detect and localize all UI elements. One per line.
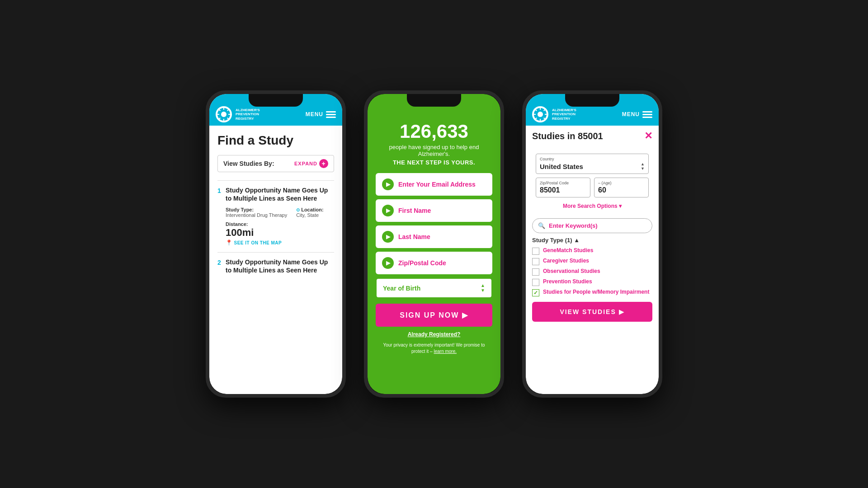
email-field[interactable]: ▶ Enter Your Email Address [376, 173, 492, 196]
studies-in-title: Studies in 85001 [532, 131, 603, 141]
country-section: Country United States ▲ ▼ Zip/Postal Cod… [532, 150, 652, 215]
view-studies-button[interactable]: VIEW STUDIES ▶ [532, 302, 652, 322]
email-arrow-icon: ▶ [382, 178, 394, 190]
zip-placeholder: Zip/Postal Code [398, 259, 446, 267]
zip-arrow-icon: ▶ [382, 257, 394, 269]
hamburger-icon-1 [326, 111, 336, 118]
country-up-icon: ▲ [641, 162, 645, 166]
location-value: City, State [296, 212, 324, 218]
year-label: Year of Birth [383, 285, 420, 292]
caregiver-checkbox[interactable] [532, 258, 539, 265]
distance-label: Distance: [226, 221, 334, 227]
keyword-field[interactable]: 🔍 Enter Keyword(s) [532, 218, 652, 233]
study-type-col: Study Type: Interventional Drug Therapy [226, 207, 287, 218]
search-icon: 🔍 [538, 222, 545, 229]
caregiver-label: Caregiver Studies [543, 258, 589, 265]
location-dot-icon: ⊙ [296, 207, 300, 212]
counter-number: 126,633 [376, 122, 492, 141]
check-mark-icon: ✓ [533, 290, 538, 296]
map-link[interactable]: 📍 SEE IT ON THE MAP [226, 239, 334, 246]
menu-area-1[interactable]: MENU [306, 111, 336, 118]
memory-checkbox[interactable]: ✓ [532, 289, 539, 296]
location-label: ⊙ Location: [296, 207, 324, 212]
country-row: United States ▲ ▼ [540, 162, 645, 171]
privacy-text: Your privacy is extremely important! We … [376, 342, 492, 355]
logo-text-3: ALZHEIMER'S PREVENTION REGISTRY [552, 108, 576, 121]
observational-checkbox[interactable] [532, 268, 539, 276]
menu-label-3: MENU [622, 111, 640, 117]
checkbox-row-4[interactable]: ✓ Studies for People w/Memory Impairment [532, 289, 652, 296]
phone-2: 126,633 people have signed up to help en… [364, 90, 504, 398]
prevention-checkbox[interactable] [532, 279, 539, 286]
genematch-checkbox[interactable] [532, 248, 539, 255]
last-name-placeholder: Last Name [398, 233, 430, 240]
distance-section: Distance: 100mi 📍 SEE IT ON THE MAP [226, 221, 334, 246]
genematch-label: GeneMatch Studies [543, 247, 593, 254]
age-sublabel: – (Age) [598, 181, 645, 185]
expand-button[interactable]: EXPAND + [294, 159, 328, 168]
country-spinners[interactable]: ▲ ▼ [641, 162, 645, 171]
year-of-birth-field[interactable]: Year of Birth ▲ ▼ [376, 278, 492, 298]
zip-field[interactable]: ▶ Zip/Postal Code [376, 252, 492, 274]
country-sublabel: Country [540, 157, 645, 161]
study-type-value: Interventional Drug Therapy [226, 212, 287, 218]
map-pin-icon: 📍 [226, 239, 233, 246]
close-button[interactable]: ✕ [644, 130, 652, 142]
checkbox-row-2[interactable]: Observational Studies [532, 268, 652, 276]
checkboxes-list: GeneMatch Studies Caregiver Studies Obse… [532, 247, 652, 296]
studies-header: Studies in 85001 ✕ [526, 126, 659, 146]
age-field[interactable]: – (Age) 60 [594, 178, 649, 197]
country-down-icon: ▼ [641, 167, 645, 171]
email-placeholder: Enter Your Email Address [398, 181, 476, 188]
phone2-content: 126,633 people have signed up to help en… [368, 108, 500, 363]
logo-text-1: ALZHEIMER'S PREVENTION REGISTRY [236, 108, 260, 121]
svg-point-1 [221, 112, 226, 117]
distance-value: 100mi [226, 227, 334, 239]
checkbox-row-0[interactable]: GeneMatch Studies [532, 247, 652, 255]
learn-more-link[interactable]: learn more. [434, 349, 457, 354]
age-value: 60 [598, 186, 645, 194]
expand-plus-icon: + [319, 159, 328, 168]
menu-area-3[interactable]: MENU [622, 111, 652, 118]
first-name-placeholder: First Name [398, 207, 431, 214]
first-name-arrow-icon: ▶ [382, 205, 394, 216]
first-name-field[interactable]: ▶ First Name [376, 199, 492, 222]
view-studies-bar[interactable]: View Studies By: EXPAND + [217, 155, 334, 172]
next-step-text: THE NEXT STEP IS YOURS. [376, 159, 492, 166]
phone-3: ALZHEIMER'S PREVENTION REGISTRY MENU Stu… [522, 90, 662, 398]
checkbox-row-1[interactable]: Caregiver Studies [532, 258, 652, 265]
phone1-content: Find a Study View Studies By: EXPAND + 1… [209, 126, 342, 281]
page-title: Find a Study [217, 134, 334, 148]
header-bar-3: ALZHEIMER'S PREVENTION REGISTRY MENU [526, 94, 659, 126]
study-type-header: Study Type (1) ▲ [532, 237, 652, 244]
menu-label-1: MENU [306, 111, 323, 117]
notch-spacer [368, 94, 500, 108]
phone3-content: Country United States ▲ ▼ Zip/Postal Cod… [526, 146, 659, 328]
more-options-button[interactable]: More Search Options ▾ [536, 201, 649, 211]
year-spinners[interactable]: ▲ ▼ [481, 283, 485, 293]
signup-button[interactable]: SIGN UP NOW ▶ [376, 304, 492, 327]
study-title-2: Study Opportunity Name Goes Up to Multip… [226, 258, 334, 274]
observational-label: Observational Studies [543, 268, 600, 275]
logo-icon-1 [216, 106, 232, 122]
view-studies-label: View Studies By: [223, 160, 274, 167]
year-up-icon: ▲ [481, 283, 485, 288]
checkbox-row-3[interactable]: Prevention Studies [532, 278, 652, 286]
study-title-1: Study Opportunity Name Goes Up to Multip… [226, 186, 334, 202]
divider-2 [217, 252, 334, 253]
last-name-field[interactable]: ▶ Last Name [376, 225, 492, 248]
prevention-label: Prevention Studies [543, 278, 592, 286]
study-item-1: 1 Study Opportunity Name Goes Up to Mult… [217, 186, 334, 246]
map-label: SEE IT ON THE MAP [234, 240, 282, 245]
location-label-text: Location: [301, 207, 324, 212]
svg-point-11 [538, 112, 543, 117]
study-number-2: 2 [217, 259, 221, 266]
study-number-1: 1 [217, 187, 221, 194]
logo-icon-3 [532, 106, 548, 122]
header-bar-1: ALZHEIMER'S PREVENTION REGISTRY MENU [209, 94, 342, 126]
country-field[interactable]: Country United States ▲ ▼ [536, 154, 649, 174]
already-registered-link[interactable]: Already Registered? [376, 331, 492, 338]
zip-code-field[interactable]: Zip/Postal Code 85001 [536, 178, 590, 197]
last-name-arrow-icon: ▶ [382, 231, 394, 243]
hamburger-icon-3 [642, 111, 652, 118]
